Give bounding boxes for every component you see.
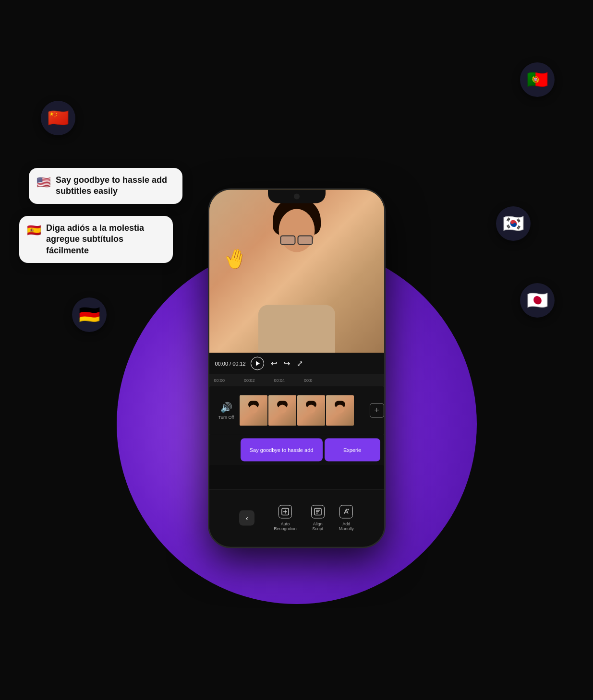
flag-bubble-korea: 🇰🇷 <box>496 206 531 241</box>
thumbnail-3 <box>297 395 325 426</box>
us-flag-icon: 🇺🇸 <box>36 176 51 189</box>
nav-item-add-manually[interactable]: AddManully <box>339 505 354 531</box>
back-button[interactable]: ‹ <box>239 510 254 526</box>
flag-bubble-portugal: 🇵🇹 <box>520 62 555 97</box>
korea-flag-icon: 🇰🇷 <box>503 214 524 234</box>
thumb-person-2 <box>275 401 290 420</box>
germany-flag-icon: 🇩🇪 <box>79 305 100 325</box>
speech-bubble-spanish: 🇪🇸 Diga adiós a la molestia agregue subt… <box>19 216 173 263</box>
add-manually-icon <box>339 505 353 519</box>
speaker-icon[interactable]: 🔊 <box>220 401 232 413</box>
english-subtitle-text: Say goodbye to hassle add subtitles easi… <box>56 175 175 197</box>
nav-item-align-script[interactable]: AlignScript <box>311 505 325 531</box>
auto-recognition-label: AutoRecognition <box>274 522 297 531</box>
redo-icon[interactable]: ↪ <box>284 359 290 368</box>
add-track-button[interactable]: + <box>370 403 384 417</box>
person-face-oval <box>278 209 315 252</box>
thumbnail-4 <box>326 395 354 426</box>
auto-recognition-icon <box>278 505 292 519</box>
tick-6: 00:0 <box>304 378 313 382</box>
thumb-person-4 <box>333 401 347 420</box>
align-script-label: AlignScript <box>312 522 323 531</box>
subtitle-track-row: Say goodbye to hassle add Experie <box>209 434 384 465</box>
subtitle-chip-2-text: Experie <box>343 447 361 452</box>
track-icon-column: 🔊 Turn Off <box>213 401 240 419</box>
thumb-face-1 <box>249 404 258 413</box>
person-glasses <box>278 235 316 245</box>
subtitle-chip-2[interactable]: Experie <box>325 438 380 461</box>
undo-icon[interactable]: ↩ <box>271 359 277 368</box>
play-button[interactable] <box>251 356 264 370</box>
video-track: 🔊 Turn Off <box>209 386 384 434</box>
tick-2: 00:02 <box>244 378 255 382</box>
thumb-person-3 <box>304 401 318 420</box>
flag-bubble-japan: 🇯🇵 <box>520 283 555 318</box>
timeline-ruler: 00:00 00:02 00:04 00:0 <box>209 374 384 386</box>
subtitle-chip-1[interactable]: Say goodbye to hassle add <box>241 438 323 461</box>
glass-left <box>280 235 296 245</box>
tick-0: 00:00 <box>214 378 225 382</box>
turn-off-label[interactable]: Turn Off <box>218 415 234 419</box>
camera-dot <box>294 193 300 199</box>
china-flag-icon: 🇨🇳 <box>48 108 69 128</box>
spain-flag-icon: 🇪🇸 <box>27 224 41 237</box>
spanish-subtitle-text: Diga adiós a la molestia agregue subtítu… <box>46 223 165 256</box>
play-triangle-icon <box>256 361 260 366</box>
video-preview: 🤚 <box>209 190 384 353</box>
thumb-face-2 <box>278 404 287 413</box>
nav-item-auto-recognition[interactable]: AutoRecognition <box>274 505 297 531</box>
flag-bubble-china: 🇨🇳 <box>41 101 75 135</box>
thumb-person-1 <box>246 401 261 420</box>
subtitle-chip-1-text: Say goodbye to hassle add <box>250 447 314 452</box>
person-shirt <box>258 305 335 353</box>
fullscreen-icon[interactable]: ⤢ <box>297 359 303 368</box>
phone-notch <box>268 190 326 203</box>
waving-hand: 🤚 <box>221 244 250 272</box>
add-manually-label: AddManully <box>339 522 354 531</box>
video-controls-bar: 00:00 / 00:12 ↩ ↪ ⤢ <box>209 353 384 374</box>
thumb-face-3 <box>307 404 315 413</box>
thumbnail-2 <box>268 395 296 426</box>
thumbnail-1 <box>240 395 267 426</box>
video-timestamp: 00:00 / 00:12 <box>215 360 246 366</box>
japan-flag-icon: 🇯🇵 <box>527 290 548 310</box>
thumb-face-4 <box>336 404 344 413</box>
glass-right <box>298 235 313 245</box>
phone-mockup: 🤚 00:00 / 00:12 ↩ ↪ ⤢ 00:00 00:02 00:04 … <box>208 188 386 548</box>
video-person-bg: 🤚 <box>209 190 384 353</box>
bottom-navigation: ‹ AutoRecognition AlignScript <box>209 489 384 546</box>
portugal-flag-icon: 🇵🇹 <box>527 70 548 90</box>
timeline-ticks: 00:00 00:02 00:04 00:0 <box>214 378 313 382</box>
track-thumbnail-strip <box>240 395 368 426</box>
tick-4: 00:04 <box>274 378 285 382</box>
scene: 🇨🇳 🇵🇹 🇰🇷 🇩🇪 🇯🇵 🇺🇸 Say goodbye to hassle … <box>0 0 593 700</box>
align-script-icon <box>311 505 325 519</box>
speech-bubble-english: 🇺🇸 Say goodbye to hassle add subtitles e… <box>29 168 182 204</box>
flag-bubble-germany: 🇩🇪 <box>72 297 107 332</box>
person-face <box>266 197 328 273</box>
